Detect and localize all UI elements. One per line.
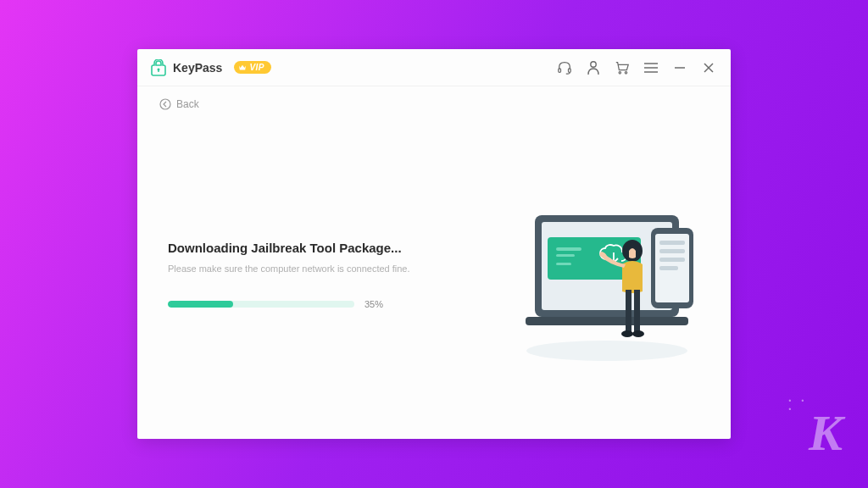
svg-rect-17: [526, 317, 688, 325]
content: Downloading Jailbreak Tool Package... Pl…: [159, 110, 709, 422]
svg-point-4: [591, 61, 596, 66]
titlebar: KeyPass VIP: [137, 49, 731, 86]
back-label: Back: [176, 98, 199, 110]
subtext: Please make sure the computer network is…: [168, 263, 471, 274]
svg-rect-26: [556, 254, 575, 257]
back-button[interactable]: Back: [159, 98, 199, 110]
svg-rect-27: [556, 263, 571, 265]
back-arrow-icon: [159, 98, 171, 110]
vip-label: VIP: [249, 63, 264, 72]
svg-rect-20: [659, 241, 685, 245]
svg-point-33: [621, 330, 633, 337]
svg-point-13: [160, 99, 170, 109]
vip-badge: VIP: [234, 61, 271, 74]
progress-label: 35%: [364, 299, 383, 309]
progress-bar: [168, 301, 354, 308]
support-icon[interactable]: [556, 59, 573, 76]
window-controls: [556, 59, 717, 76]
lock-icon: [151, 59, 166, 76]
svg-point-6: [625, 71, 626, 73]
body: Back Downloading Jailbreak Tool Package.…: [137, 86, 731, 439]
crown-icon: [238, 64, 247, 71]
progress-row: 35%: [168, 299, 471, 309]
svg-rect-1: [158, 69, 159, 72]
close-icon[interactable]: [700, 59, 717, 76]
svg-rect-32: [634, 290, 640, 332]
progress-fill: [168, 301, 233, 308]
app-window: KeyPass VIP: [137, 49, 731, 439]
illustration: [488, 181, 709, 368]
watermark: ∙ ∙∙ K: [809, 404, 843, 463]
svg-point-5: [619, 71, 620, 73]
svg-rect-21: [659, 249, 685, 253]
svg-point-34: [632, 330, 644, 337]
heading: Downloading Jailbreak Tool Package...: [168, 241, 471, 255]
cart-icon[interactable]: [614, 59, 631, 76]
svg-rect-31: [626, 290, 632, 332]
logo: KeyPass VIP: [151, 59, 271, 76]
user-icon[interactable]: [585, 59, 602, 76]
svg-rect-22: [659, 258, 685, 262]
menu-icon[interactable]: [643, 59, 659, 76]
app-title: KeyPass: [173, 61, 222, 75]
progress-panel: Downloading Jailbreak Tool Package... Pl…: [159, 241, 471, 309]
svg-rect-25: [556, 247, 581, 251]
svg-rect-23: [659, 266, 678, 270]
svg-point-14: [526, 341, 687, 361]
watermark-letter: K: [809, 405, 843, 461]
minimize-icon[interactable]: [671, 59, 688, 76]
